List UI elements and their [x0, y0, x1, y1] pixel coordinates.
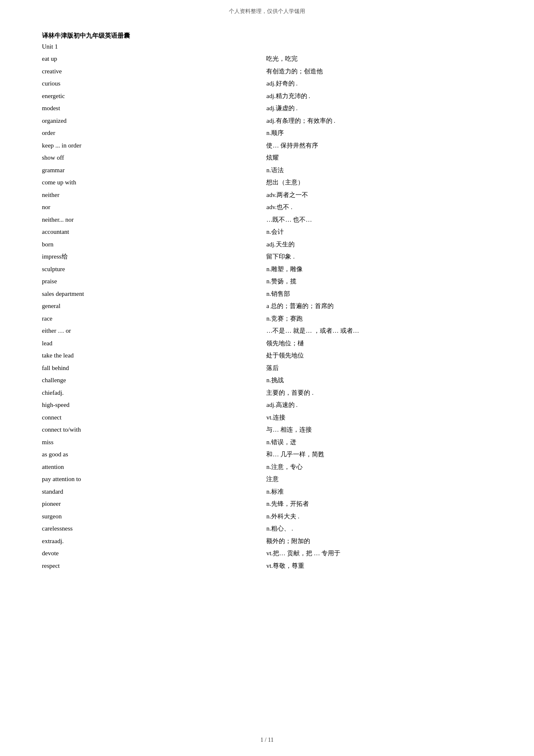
vocab-word: curious [42, 78, 246, 90]
vocab-def: 使… 保持井然有序 [266, 140, 492, 152]
vocab-def: n.赞扬，揽 [266, 275, 492, 288]
vocab-def: n.错误，迸 [266, 436, 492, 449]
vocab-word: creative [42, 65, 246, 78]
vocab-row: bornadj.天生的 [42, 238, 492, 251]
vocab-def: vt.尊敬，尊重 [266, 560, 492, 572]
vocab-row: standardn.标准 [42, 486, 492, 498]
vocab-row: neitheradv.两者之一不 [42, 189, 492, 202]
vocab-def: adj.谦虚的 . [266, 102, 492, 115]
vocab-row: pioneern.先锋，开拓者 [42, 498, 492, 510]
vocabulary-table: eat up吃光，吃完creative有创造力的；创造他curiousadj.好… [42, 53, 492, 572]
vocab-def: adv.也不 . [266, 201, 492, 214]
vocab-def: n.顺序 [266, 127, 492, 140]
vocab-word: general [42, 300, 246, 313]
vocab-word: neither [42, 189, 246, 202]
vocab-row: grammarn.语法 [42, 164, 492, 177]
vocab-def: n.先锋，开拓者 [266, 498, 492, 510]
vocab-row: keep ... in order使… 保持井然有序 [42, 140, 492, 152]
vocab-word: sales department [42, 288, 246, 300]
vocab-row: neither... nor…既不… 也不… [42, 214, 492, 226]
vocab-def: 与… 相连，连接 [266, 424, 492, 436]
vocab-word: come up with [42, 176, 246, 189]
vocab-row: connect to/with与… 相连，连接 [42, 424, 492, 436]
vocab-def: n.销售部 [266, 288, 492, 300]
vocab-def: n.标准 [266, 486, 492, 498]
vocab-row: creative有创造力的；创造他 [42, 65, 492, 78]
vocab-word: extraadj. [42, 535, 246, 548]
vocab-def: n.粗心、 . [266, 523, 492, 535]
vocab-word: order [42, 127, 246, 140]
vocab-def: 有创造力的；创造他 [266, 65, 492, 78]
vocab-def: 领先地位；樋 [266, 337, 492, 350]
vocab-row: eat up吃光，吃完 [42, 53, 492, 65]
vocab-row: either … or…不是… 就是… ，或者… 或者… [42, 325, 492, 337]
vocab-word: carelessness [42, 523, 246, 535]
page-footer: 1 / 11 [0, 737, 534, 743]
vocab-word: fall behind [42, 362, 246, 375]
vocab-word: standard [42, 486, 246, 498]
vocab-word: chiefadj. [42, 387, 246, 399]
vocab-word: devote [42, 547, 246, 560]
vocab-def: adj.高速的 . [266, 399, 492, 412]
vocab-word: as good as [42, 448, 246, 461]
vocab-def: 主要的，首要的 . [266, 387, 492, 399]
vocab-word: organized [42, 115, 246, 127]
vocab-def: n.外科大夫 . [266, 510, 492, 523]
vocab-word: accountant [42, 226, 246, 238]
vocab-word: high-speed [42, 399, 246, 412]
vocab-row: take the lead处于领先地位 [42, 350, 492, 362]
main-content: 译林牛津版初中九年级英语册囊 Unit 1 eat up吃光，吃完creativ… [0, 19, 534, 606]
vocab-row: come up with想出（主意） [42, 176, 492, 189]
vocab-row: respectvt.尊敬，尊重 [42, 560, 492, 572]
vocab-row: racen.竞赛；赛跑 [42, 313, 492, 325]
vocab-def: 处于领先地位 [266, 350, 492, 362]
unit-label: Unit 1 [42, 43, 492, 50]
vocab-def: n.挑战 [266, 374, 492, 387]
vocab-row: connectvt.连接 [42, 412, 492, 424]
vocab-row: attentionn.注意，专心 [42, 461, 492, 474]
vocab-row: chiefadj.主要的，首要的 . [42, 387, 492, 399]
vocab-def: n.注意，专心 [266, 461, 492, 474]
vocab-word: either … or [42, 325, 246, 337]
vocab-row: ordern.顺序 [42, 127, 492, 140]
vocab-def: n.雕塑，雕像 [266, 263, 492, 276]
vocab-word: connect [42, 412, 246, 424]
vocab-def: 想出（主意） [266, 176, 492, 189]
vocab-row: modestadj.谦虚的 . [42, 102, 492, 115]
vocab-word: race [42, 313, 246, 325]
vocab-def: 吃光，吃完 [266, 53, 492, 65]
vocab-def: 和… 几乎一样，简甦 [266, 448, 492, 461]
page-header: 个人资料整理，仅供个人学馐用 [0, 0, 534, 19]
vocab-row: devotevt.把… 贡献，把 … 专用于 [42, 547, 492, 560]
vocab-row: surgeonn.外科大夫 . [42, 510, 492, 523]
vocab-def: n.会计 [266, 226, 492, 238]
vocab-row: fall behind落后 [42, 362, 492, 375]
vocab-def: adj.天生的 [266, 238, 492, 251]
vocab-row: organizedadj.有条理的；有效率的 . [42, 115, 492, 127]
vocab-def: …不是… 就是… ，或者… 或者… [266, 325, 492, 337]
vocab-def: n.竞赛；赛跑 [266, 313, 492, 325]
vocab-row: high-speedadj.高速的 . [42, 399, 492, 412]
vocab-def: a 总的；普遍的；首席的 [266, 300, 492, 313]
vocab-def: 注意 [266, 473, 492, 486]
vocab-row: carelessnessn.粗心、 . [42, 523, 492, 535]
vocab-word: take the lead [42, 350, 246, 362]
vocab-word: attention [42, 461, 246, 474]
vocab-word: sculpture [42, 263, 246, 276]
book-title: 译林牛津版初中九年级英语册囊 [42, 32, 492, 40]
vocab-row: generala 总的；普遍的；首席的 [42, 300, 492, 313]
vocab-word: pioneer [42, 498, 246, 510]
vocab-word: keep ... in order [42, 140, 246, 152]
vocab-word: show off [42, 152, 246, 164]
vocab-def: adv.两者之一不 [266, 189, 492, 202]
vocab-word: praise [42, 275, 246, 288]
vocab-def: 留下印象 . [266, 251, 492, 263]
vocab-word: energetic [42, 90, 246, 103]
vocab-def: 额外的；附加的 [266, 535, 492, 548]
vocab-row: sales departmentn.销售部 [42, 288, 492, 300]
vocab-word: impress给 [42, 251, 246, 263]
vocab-word: challenge [42, 374, 246, 387]
vocab-word: neither... nor [42, 214, 246, 226]
vocab-row: energeticadj.精力充沛的 . [42, 90, 492, 103]
vocab-word: miss [42, 436, 246, 449]
